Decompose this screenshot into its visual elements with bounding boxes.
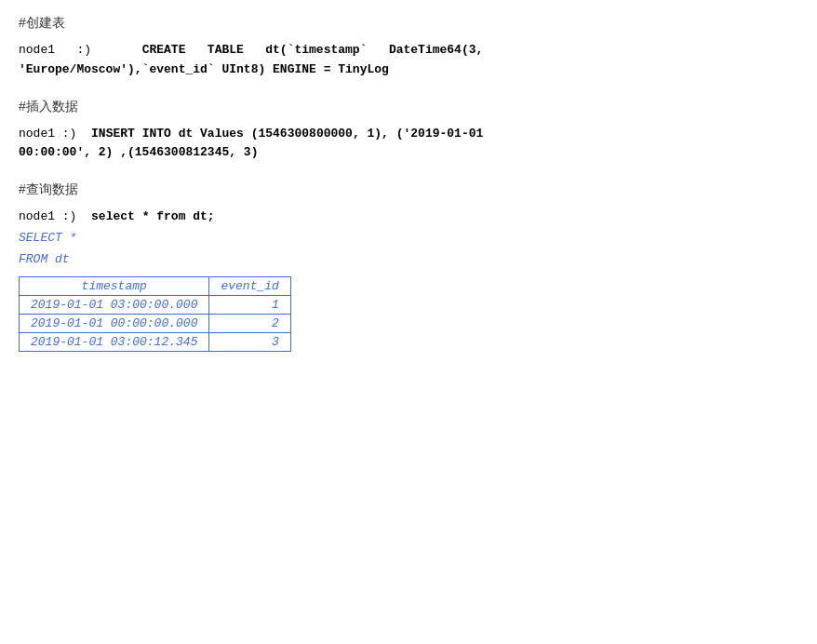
insert-data-code: node1 :) INSERT INTO dt Values (15463008…: [19, 125, 798, 164]
query-data-header: #查询数据: [19, 181, 798, 198]
create-table-code: node1 :) CREATE TABLE dt(`timestamp` Dat…: [19, 41, 798, 80]
prompt-2: node1 :): [19, 127, 76, 141]
insert-data-header: #插入数据: [19, 99, 798, 115]
table-row: 2019-01-01 03:00:12.345 3: [20, 332, 291, 351]
col-header-timestamp: timestamp: [20, 276, 209, 295]
query-result-table: timestamp event_id 2019-01-01 03:00:00.0…: [19, 276, 291, 352]
create-code-1: CREATE TABLE dt(`timestamp` DateTime64(3…: [99, 43, 483, 57]
query-command-line: node1 :) select * from dt;: [19, 208, 798, 227]
insert-code-2: 00:00:00', 2) ,(1546300812345, 3): [19, 145, 258, 159]
cell-timestamp-2: 2019-01-01 00:00:00.000: [20, 314, 209, 332]
query-data-code: node1 :) select * from dt;: [19, 208, 798, 227]
table-row: 2019-01-01 03:00:00.000 1: [20, 295, 291, 314]
cell-event-id-2: 2: [209, 314, 290, 332]
create-table-section: #创建表 node1 :) CREATE TABLE dt(`timestamp…: [19, 15, 798, 80]
cell-timestamp-3: 2019-01-01 03:00:12.345: [20, 332, 209, 351]
cell-event-id-3: 3: [209, 332, 290, 351]
query-result-table-container: timestamp event_id 2019-01-01 03:00:00.0…: [19, 276, 291, 352]
prompt-1: node1 :): [19, 43, 91, 57]
insert-line-2: 00:00:00', 2) ,(1546300812345, 3): [19, 143, 798, 163]
query-result-select: SELECT *: [19, 227, 798, 248]
prompt-3: node1 :): [19, 209, 76, 223]
create-table-header: #创建表: [19, 15, 798, 32]
query-command: select * from dt;: [84, 209, 214, 223]
cell-timestamp-1: 2019-01-01 03:00:00.000: [20, 295, 209, 314]
table-header-row: timestamp event_id: [20, 276, 291, 295]
create-line-1: node1 :) CREATE TABLE dt(`timestamp` Dat…: [19, 41, 798, 60]
insert-data-section: #插入数据 node1 :) INSERT INTO dt Values (15…: [19, 99, 798, 164]
create-code-2: 'Europe/Moscow'),`event_id` UInt8) ENGIN…: [19, 62, 389, 76]
insert-line-1: node1 :) INSERT INTO dt Values (15463008…: [19, 125, 798, 144]
insert-code-1: INSERT INTO dt Values (1546300800000, 1)…: [84, 127, 483, 141]
col-header-event-id: event_id: [209, 276, 290, 295]
query-result-from: FROM dt: [19, 248, 798, 270]
create-line-2: 'Europe/Moscow'),`event_id` UInt8) ENGIN…: [19, 60, 798, 80]
query-data-section: #查询数据 node1 :) select * from dt; SELECT …: [19, 181, 798, 356]
cell-event-id-1: 1: [209, 295, 290, 314]
table-row: 2019-01-01 00:00:00.000 2: [20, 314, 291, 332]
